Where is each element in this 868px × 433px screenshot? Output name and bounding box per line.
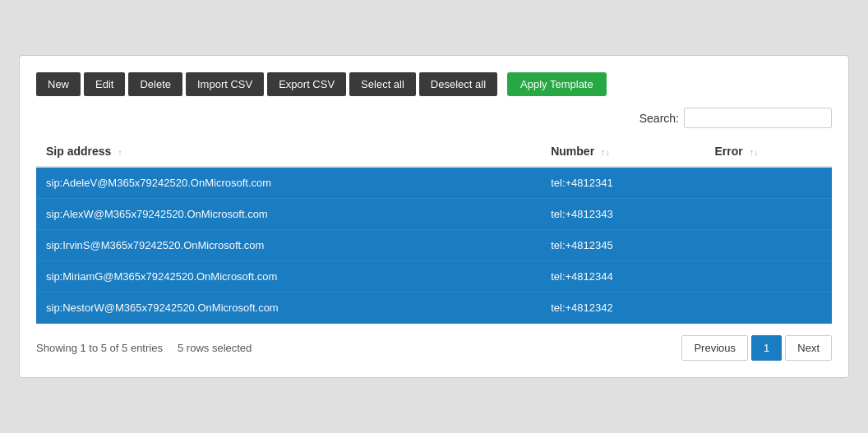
- cell-number: tel:+4812345: [541, 230, 704, 261]
- cell-sip: sip:NestorW@M365x79242520.OnMicrosoft.co…: [36, 293, 541, 324]
- table-row[interactable]: sip:AdeleV@M365x79242520.OnMicrosoft.com…: [36, 167, 832, 199]
- cell-error: [705, 261, 832, 293]
- import-csv-button[interactable]: Import CSV: [186, 72, 264, 96]
- table-footer: Showing 1 to 5 of 5 entries 5 rows selec…: [36, 335, 832, 361]
- delete-button[interactable]: Delete: [128, 72, 182, 96]
- search-label: Search:: [639, 112, 679, 125]
- cell-number: tel:+4812341: [541, 167, 704, 199]
- cell-number: tel:+4812342: [541, 293, 704, 324]
- cell-number: tel:+4812344: [541, 261, 704, 293]
- col-error-label: Error: [715, 145, 743, 158]
- cell-sip: sip:MiriamG@M365x79242520.OnMicrosoft.co…: [36, 261, 541, 293]
- cell-sip: sip:AdeleV@M365x79242520.OnMicrosoft.com: [36, 167, 541, 199]
- export-csv-button[interactable]: Export CSV: [267, 72, 346, 96]
- cell-error: [705, 230, 832, 261]
- col-error-sort-icon: ↑↓: [750, 147, 759, 157]
- previous-button[interactable]: Previous: [681, 335, 748, 361]
- table-row[interactable]: sip:IrvinS@M365x79242520.OnMicrosoft.com…: [36, 230, 832, 261]
- col-number-sort-icon: ↑↓: [601, 147, 610, 157]
- showing-text: Showing 1 to 5 of 5 entries: [36, 342, 163, 354]
- toolbar: New Edit Delete Import CSV Export CSV Se…: [36, 72, 832, 96]
- col-sip[interactable]: Sip address ↑: [36, 136, 541, 167]
- table-row[interactable]: sip:AlexW@M365x79242520.OnMicrosoft.comt…: [36, 199, 832, 230]
- select-all-button[interactable]: Select all: [349, 72, 416, 96]
- cell-error: [705, 293, 832, 324]
- table-row[interactable]: sip:NestorW@M365x79242520.OnMicrosoft.co…: [36, 293, 832, 324]
- col-number[interactable]: Number ↑↓: [541, 136, 704, 167]
- col-error[interactable]: Error ↑↓: [705, 136, 832, 167]
- col-sip-sort-icon: ↑: [118, 147, 122, 157]
- search-input[interactable]: [684, 108, 832, 128]
- pagination: Previous 1 Next: [681, 335, 832, 361]
- main-container: New Edit Delete Import CSV Export CSV Se…: [19, 55, 849, 378]
- table-header-row: Sip address ↑ Number ↑↓ Error ↑↓: [36, 136, 832, 167]
- table-row[interactable]: sip:MiriamG@M365x79242520.OnMicrosoft.co…: [36, 261, 832, 293]
- edit-button[interactable]: Edit: [84, 72, 125, 96]
- cell-error: [705, 199, 832, 230]
- cell-number: tel:+4812343: [541, 199, 704, 230]
- deselect-all-button[interactable]: Deselect all: [419, 72, 497, 96]
- col-sip-label: Sip address: [46, 145, 111, 158]
- footer-info: Showing 1 to 5 of 5 entries 5 rows selec…: [36, 342, 252, 354]
- cell-sip: sip:IrvinS@M365x79242520.OnMicrosoft.com: [36, 230, 541, 261]
- selected-text: 5 rows selected: [178, 342, 252, 354]
- cell-sip: sip:AlexW@M365x79242520.OnMicrosoft.com: [36, 199, 541, 230]
- page-1-button[interactable]: 1: [751, 335, 782, 361]
- cell-error: [705, 167, 832, 199]
- data-table: Sip address ↑ Number ↑↓ Error ↑↓ sip:Ade…: [36, 136, 832, 324]
- col-number-label: Number: [551, 145, 594, 158]
- new-button[interactable]: New: [36, 72, 81, 96]
- next-button[interactable]: Next: [785, 335, 832, 361]
- search-bar: Search:: [36, 108, 832, 128]
- apply-template-button[interactable]: Apply Template: [507, 72, 607, 96]
